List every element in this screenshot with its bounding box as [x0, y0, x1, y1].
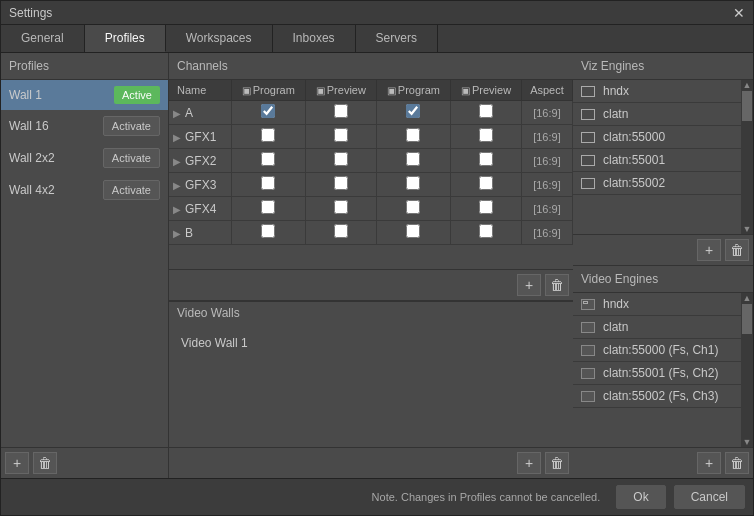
channel-prev2-gfx1[interactable]: [451, 125, 522, 149]
video-engine-item-clatn55001[interactable]: clatn:55001 (Fs, Ch2): [573, 362, 741, 385]
channel-prog1-gfx1[interactable]: [231, 125, 305, 149]
channel-prog1-a[interactable]: [231, 101, 305, 125]
expand-arrow-b[interactable]: ▶: [173, 228, 181, 239]
video-engine-item-clatn55000[interactable]: clatn:55000 (Fs, Ch1): [573, 339, 741, 362]
profile-active-btn-wall1[interactable]: Active: [114, 86, 160, 104]
prev2-icon: ▣: [461, 85, 470, 96]
channels-add-button[interactable]: +: [517, 274, 541, 296]
video-engine-name-clatn: clatn: [603, 320, 628, 334]
content-area: Profiles Wall 1 Active Wall 16 Activate …: [1, 53, 753, 478]
col-prev1: ▣ Preview: [305, 80, 376, 101]
channel-prog1-gfx2[interactable]: [231, 149, 305, 173]
channels-upper: Channels Name ▣ Program: [169, 53, 573, 300]
profile-item-wall4x2[interactable]: Wall 4x2 Activate: [1, 174, 168, 206]
viz-engine-item-hndx[interactable]: hndx: [573, 80, 741, 103]
viz-engine-item-clatn55002[interactable]: clatn:55002: [573, 172, 741, 195]
profiles-footer: + 🗑: [1, 447, 168, 478]
video-engine-name-clatn55000: clatn:55000 (Fs, Ch1): [603, 343, 718, 357]
viz-engines-scrollbar[interactable]: ▲ ▼: [741, 80, 753, 234]
ok-button[interactable]: Ok: [616, 485, 665, 509]
viz-engine-item-clatn55000[interactable]: clatn:55000: [573, 126, 741, 149]
channel-prev2-gfx3[interactable]: [451, 173, 522, 197]
profile-item-wall16[interactable]: Wall 16 Activate: [1, 110, 168, 142]
viz-engines-scroll-thumb[interactable]: [742, 91, 752, 121]
viz-engine-item-clatn55001[interactable]: clatn:55001: [573, 149, 741, 172]
channel-prog2-gfx4[interactable]: [376, 197, 450, 221]
expand-arrow-a[interactable]: ▶: [173, 108, 181, 119]
viz-engines-add-button[interactable]: +: [697, 239, 721, 261]
channel-prev1-b[interactable]: [305, 221, 376, 245]
video-engine-icon-clatn55000: [581, 345, 595, 356]
channel-prev1-gfx3[interactable]: [305, 173, 376, 197]
video-engines-scroll-thumb[interactable]: [742, 304, 752, 334]
channel-prev1-gfx1[interactable]: [305, 125, 376, 149]
col-prev2: ▣ Preview: [451, 80, 522, 101]
profile-name-wall4x2: Wall 4x2: [9, 183, 55, 197]
videowall-item[interactable]: Video Wall 1: [173, 328, 569, 358]
channel-prog1-b[interactable]: [231, 221, 305, 245]
channel-prog2-gfx3[interactable]: [376, 173, 450, 197]
channel-prog2-a[interactable]: [376, 101, 450, 125]
close-button[interactable]: ✕: [733, 6, 745, 20]
col-name: Name: [169, 80, 231, 101]
expand-arrow-gfx1[interactable]: ▶: [173, 132, 181, 143]
viz-engines-section: Viz Engines hndx clatn clatn: [573, 53, 753, 266]
tab-inboxes[interactable]: Inboxes: [273, 25, 356, 52]
video-engine-name-clatn55001: clatn:55001 (Fs, Ch2): [603, 366, 718, 380]
profiles-delete-button[interactable]: 🗑: [33, 452, 57, 474]
profile-activate-btn-wall4x2[interactable]: Activate: [103, 180, 160, 200]
channel-prev1-a[interactable]: [305, 101, 376, 125]
profile-name-wall2x2: Wall 2x2: [9, 151, 55, 165]
channel-prev1-gfx2[interactable]: [305, 149, 376, 173]
profile-item-wall2x2[interactable]: Wall 2x2 Activate: [1, 142, 168, 174]
viz-engine-name-clatn55000: clatn:55000: [603, 130, 665, 144]
viz-engines-delete-button[interactable]: 🗑: [725, 239, 749, 261]
profile-item-wall1[interactable]: Wall 1 Active: [1, 80, 168, 110]
col-aspect: Aspect: [521, 80, 572, 101]
table-row: ▶A [16:9]: [169, 101, 573, 125]
channels-delete-button[interactable]: 🗑: [545, 274, 569, 296]
video-engines-scrollbar[interactable]: ▲ ▼: [741, 293, 753, 447]
channel-prog1-gfx3[interactable]: [231, 173, 305, 197]
video-engine-icon-clatn55001: [581, 368, 595, 379]
channel-prog1-gfx4[interactable]: [231, 197, 305, 221]
expand-arrow-gfx4[interactable]: ▶: [173, 204, 181, 215]
expand-arrow-gfx3[interactable]: ▶: [173, 180, 181, 191]
profiles-add-button[interactable]: +: [5, 452, 29, 474]
videowalls-section: Video Walls Video Wall 1 + 🗑: [169, 300, 573, 478]
channel-name-a: ▶A: [169, 101, 231, 125]
cancel-button[interactable]: Cancel: [674, 485, 745, 509]
profile-activate-btn-wall16[interactable]: Activate: [103, 116, 160, 136]
video-engines-add-button[interactable]: +: [697, 452, 721, 474]
videowalls-delete-button[interactable]: 🗑: [545, 452, 569, 474]
channel-prog2-b[interactable]: [376, 221, 450, 245]
video-engine-item-hndx[interactable]: hndx: [573, 293, 741, 316]
col-prog2: ▣ Program: [376, 80, 450, 101]
prog1-icon: ▣: [242, 85, 251, 96]
expand-arrow-gfx2[interactable]: ▶: [173, 156, 181, 167]
channel-prog2-gfx2[interactable]: [376, 149, 450, 173]
profiles-list: Wall 1 Active Wall 16 Activate Wall 2x2 …: [1, 80, 168, 447]
tab-general[interactable]: General: [1, 25, 85, 52]
video-engine-item-clatn[interactable]: clatn: [573, 316, 741, 339]
channel-prog2-gfx1[interactable]: [376, 125, 450, 149]
video-engine-item-clatn55002[interactable]: clatn:55002 (Fs, Ch3): [573, 385, 741, 408]
videowalls-add-button[interactable]: +: [517, 452, 541, 474]
note-text: Note. Changes in Profiles cannot be canc…: [9, 491, 600, 503]
channel-prev2-gfx4[interactable]: [451, 197, 522, 221]
viz-engine-item-clatn[interactable]: clatn: [573, 103, 741, 126]
videowalls-content: Video Wall 1: [169, 324, 573, 447]
video-engines-delete-button[interactable]: 🗑: [725, 452, 749, 474]
table-row: ▶GFX1 [16:9]: [169, 125, 573, 149]
tab-servers[interactable]: Servers: [356, 25, 438, 52]
video-engine-icon-clatn: [581, 322, 595, 333]
channel-prev2-b[interactable]: [451, 221, 522, 245]
channel-aspect-b: [16:9]: [521, 221, 572, 245]
tab-profiles[interactable]: Profiles: [85, 25, 166, 52]
profile-activate-btn-wall2x2[interactable]: Activate: [103, 148, 160, 168]
channel-prev2-gfx2[interactable]: [451, 149, 522, 173]
tab-workspaces[interactable]: Workspaces: [166, 25, 273, 52]
channel-prev2-a[interactable]: [451, 101, 522, 125]
channel-name-gfx4: ▶GFX4: [169, 197, 231, 221]
channel-prev1-gfx4[interactable]: [305, 197, 376, 221]
